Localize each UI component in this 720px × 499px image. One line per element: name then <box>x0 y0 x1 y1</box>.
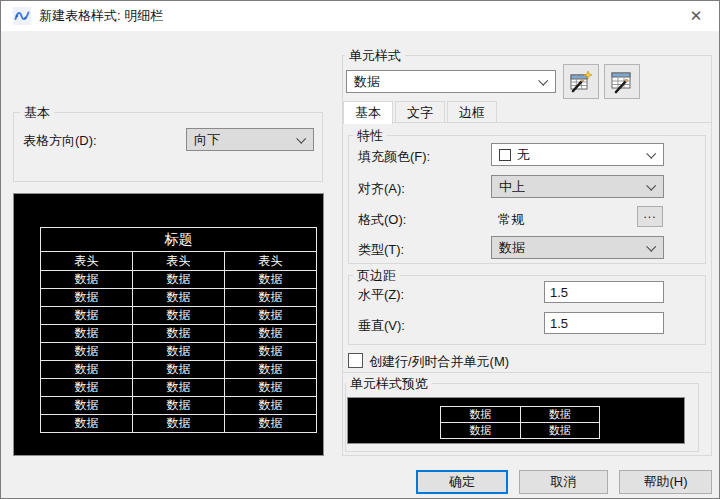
title-bar: 新建表格样式: 明细栏 ✕ <box>1 1 719 31</box>
type-value: 数据 <box>499 239 525 257</box>
vertical-margin-input[interactable] <box>544 312 664 334</box>
preview-cell: 数据 <box>41 289 133 307</box>
preview-cell: 数据 <box>133 361 225 379</box>
tab-border[interactable]: 边框 <box>447 101 497 123</box>
tab-basic-label: 基本 <box>355 105 381 120</box>
preview-cell: 数据 <box>133 397 225 415</box>
format-ellipsis-button[interactable]: ... <box>637 206 663 227</box>
chevron-down-icon <box>646 242 656 252</box>
preview-cell: 数据 <box>133 415 225 433</box>
color-swatch-icon <box>499 149 511 161</box>
table-direction-value: 向下 <box>194 131 220 149</box>
preview-cell: 数据 <box>520 423 600 439</box>
table-preview-pane: 标题表头表头表头数据数据数据数据数据数据数据数据数据数据数据数据数据数据数据数据… <box>13 193 324 456</box>
preview-cell: 表头 <box>225 252 317 271</box>
dialog-title: 新建表格样式: 明细栏 <box>39 1 163 31</box>
fill-color-select[interactable]: 无 <box>491 143 664 166</box>
horizontal-margin-input[interactable] <box>544 281 664 303</box>
preview-cell: 数据 <box>133 325 225 343</box>
create-cell-style-button[interactable] <box>563 64 599 99</box>
preview-cell: 数据 <box>225 397 317 415</box>
preview-cell: 数据 <box>520 407 600 423</box>
properties-group-label: 特性 <box>353 128 387 143</box>
preview-cell: 数据 <box>41 379 133 397</box>
tab-border-label: 边框 <box>459 105 485 120</box>
preview-cell: 数据 <box>41 361 133 379</box>
horizontal-margin-label: 水平(Z): <box>358 286 404 304</box>
chevron-down-icon <box>646 181 656 191</box>
cell-style-preview: 数据数据数据数据 <box>440 406 600 439</box>
basic-group-label: 基本 <box>20 105 54 120</box>
cell-style-group-label: 单元样式 <box>345 48 405 63</box>
preview-cell: 数据 <box>133 271 225 289</box>
alignment-value: 中上 <box>499 178 525 196</box>
tab-text-label: 文字 <box>407 105 433 120</box>
cell-style-preview-pane: 数据数据数据数据 <box>347 397 685 444</box>
preview-cell: 数据 <box>225 307 317 325</box>
preview-cell: 数据 <box>41 307 133 325</box>
preview-cell: 数据 <box>225 415 317 433</box>
preview-cell: 数据 <box>133 343 225 361</box>
cell-style-preview-label: 单元样式预览 <box>346 376 432 391</box>
preview-cell: 表头 <box>41 252 133 271</box>
preview-cell: 数据 <box>41 343 133 361</box>
preview-cell: 数据 <box>41 397 133 415</box>
app-icon <box>13 7 31 25</box>
ok-button[interactable]: 确定 <box>416 470 508 494</box>
tab-text[interactable]: 文字 <box>395 101 445 123</box>
preview-cell: 数据 <box>133 379 225 397</box>
type-select[interactable]: 数据 <box>491 236 664 259</box>
vertical-margin-label: 垂直(V): <box>358 317 405 335</box>
preview-cell: 数据 <box>133 307 225 325</box>
chevron-down-icon <box>538 76 548 86</box>
preview-cell: 数据 <box>225 325 317 343</box>
preview-cell: 数据 <box>41 271 133 289</box>
cell-style-select[interactable]: 数据 <box>346 70 556 93</box>
table-direction-select[interactable]: 向下 <box>186 128 314 151</box>
preview-cell: 数据 <box>41 325 133 343</box>
help-button[interactable]: 帮助(H) <box>619 470 712 494</box>
table-manage-icon <box>610 70 634 94</box>
type-label: 类型(T): <box>358 241 404 259</box>
new-table-style-dialog: 新建表格样式: 明细栏 ✕ 基本 表格方向(D): 向下 标题表头表头表头数据数… <box>0 0 720 499</box>
tab-basic[interactable]: 基本 <box>343 101 393 124</box>
preview-cell: 表头 <box>133 252 225 271</box>
preview-title-cell: 标题 <box>41 228 317 252</box>
preview-cell: 数据 <box>225 343 317 361</box>
preview-cell: 数据 <box>225 289 317 307</box>
preview-cell: 数据 <box>225 379 317 397</box>
margins-group-label: 页边距 <box>353 268 400 283</box>
fill-color-label: 填充颜色(F): <box>358 148 430 166</box>
chevron-down-icon <box>296 134 306 144</box>
manage-cell-styles-button[interactable] <box>604 64 640 99</box>
format-label: 格式(O): <box>358 211 406 229</box>
cell-style-value: 数据 <box>354 73 380 91</box>
alignment-label: 对齐(A): <box>358 180 405 198</box>
fill-color-value: 无 <box>517 146 530 164</box>
preview-cell: 数据 <box>225 271 317 289</box>
cancel-button[interactable]: 取消 <box>519 470 608 494</box>
format-value: 常规 <box>498 211 524 229</box>
table-new-icon <box>569 70 593 94</box>
table-direction-label: 表格方向(D): <box>23 132 97 150</box>
merge-cells-checkbox[interactable] <box>348 353 363 368</box>
chevron-down-icon <box>646 149 656 159</box>
close-icon[interactable]: ✕ <box>681 4 711 28</box>
alignment-select[interactable]: 中上 <box>491 175 664 198</box>
preview-cell: 数据 <box>41 415 133 433</box>
preview-cell: 数据 <box>441 407 521 423</box>
preview-cell: 数据 <box>133 289 225 307</box>
table-preview: 标题表头表头表头数据数据数据数据数据数据数据数据数据数据数据数据数据数据数据数据… <box>40 227 317 433</box>
merge-cells-label: 创建行/列时合并单元(M) <box>369 353 509 371</box>
preview-cell: 数据 <box>225 361 317 379</box>
preview-cell: 数据 <box>441 423 521 439</box>
